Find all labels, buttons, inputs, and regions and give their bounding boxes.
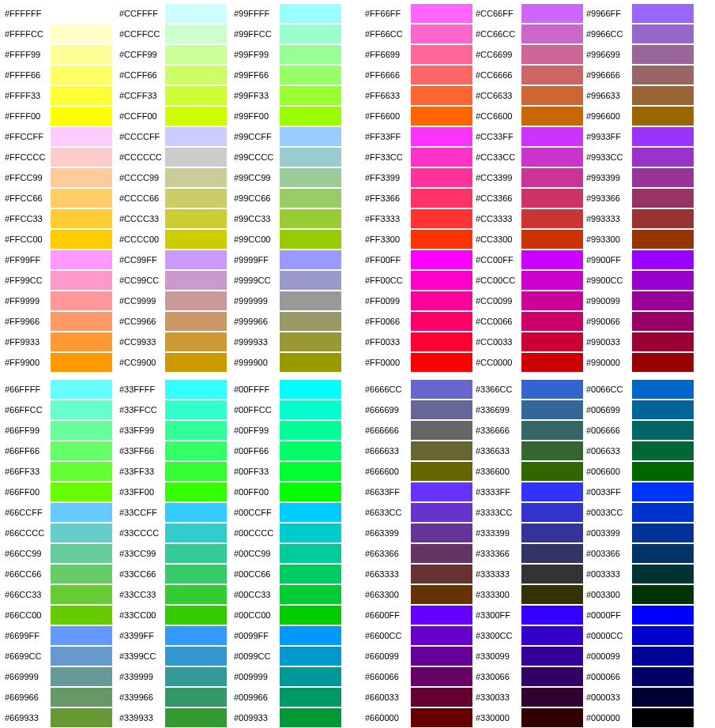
color-row: #3333CC: [474, 502, 585, 523]
color-row: #CCCC33: [118, 208, 232, 229]
color-hex-label: #006633: [585, 446, 632, 456]
color-swatch: [521, 230, 583, 249]
color-hex-label: #999999: [232, 296, 280, 306]
color-row: #3399FF: [118, 625, 232, 646]
color-hex-label: #33CCCC: [118, 528, 165, 538]
color-hex-label: #CC66FF: [474, 9, 521, 18]
color-hex-label: #333366: [474, 549, 521, 558]
color-row: #336600: [474, 461, 585, 482]
color-row: #FF9933: [3, 332, 118, 352]
color-swatch: [411, 209, 472, 228]
color-row: #000066: [585, 666, 695, 687]
color-row: #CC0033: [474, 332, 585, 352]
color-row: #33FF33: [118, 461, 232, 482]
color-swatch: [411, 503, 472, 522]
color-hex-label: #33CC66: [118, 569, 165, 579]
color-row: #33FFCC: [118, 400, 232, 420]
color-row: #6666CC: [363, 379, 474, 400]
color-row: #333300: [474, 584, 585, 605]
color-hex-label: #663399: [363, 528, 411, 538]
color-swatch: [632, 441, 694, 460]
color-swatch: [51, 544, 112, 563]
color-row: #CC66FF: [474, 3, 585, 24]
color-hex-label: #FF0099: [363, 296, 411, 306]
color-swatch: [632, 353, 694, 372]
color-swatch: [632, 606, 694, 625]
color-swatch: [632, 688, 694, 707]
color-row: #6633CC: [363, 502, 474, 523]
color-hex-label: #0000CC: [585, 631, 632, 640]
palette-column: #00FFFF#00FFCC#00FF99#00FF66#00FF33#00FF…: [232, 379, 347, 728]
color-row: #CCFF00: [118, 106, 232, 126]
color-row: #99CCCC: [232, 147, 347, 167]
color-hex-label: #3333FF: [474, 487, 521, 497]
color-hex-label: #3300CC: [474, 631, 521, 640]
color-row: #996633: [585, 85, 695, 106]
color-row: #999966: [232, 311, 347, 332]
color-swatch: [165, 271, 227, 290]
color-swatch: [411, 400, 472, 419]
color-row: #CC00FF: [474, 250, 585, 270]
color-row: #0000FF: [585, 605, 695, 625]
color-swatch: [51, 209, 112, 228]
color-swatch: [280, 291, 341, 310]
color-swatch: [280, 421, 341, 440]
color-row: #660066: [363, 666, 474, 687]
color-hex-label: #FFFFCC: [3, 29, 51, 39]
color-hex-label: #CC0066: [474, 317, 521, 326]
color-hex-label: #CC99FF: [118, 255, 165, 265]
color-swatch: [165, 441, 227, 460]
color-swatch: [165, 24, 227, 43]
color-swatch: [280, 708, 341, 727]
color-swatch: [280, 107, 341, 126]
color-hex-label: #333399: [474, 528, 521, 538]
color-swatch: [165, 565, 227, 584]
color-swatch: [165, 503, 227, 522]
color-swatch: [51, 4, 112, 23]
color-swatch: [521, 503, 583, 522]
color-row: #FFFF66: [3, 65, 118, 85]
color-hex-label: #336633: [474, 446, 521, 456]
color-hex-label: #66FF99: [3, 426, 51, 435]
color-row: #006666: [585, 420, 695, 441]
color-row: #9966CC: [585, 24, 695, 44]
color-row: #66CC99: [3, 543, 118, 564]
color-swatch: [165, 421, 227, 440]
color-swatch: [280, 626, 341, 645]
color-swatch: [280, 353, 341, 372]
color-hex-label: #0033CC: [585, 508, 632, 517]
color-swatch: [411, 189, 472, 208]
color-hex-label: #999933: [232, 337, 280, 347]
color-row: #009999: [232, 666, 347, 687]
color-swatch: [632, 482, 694, 501]
color-hex-label: #FF3300: [363, 235, 411, 244]
color-swatch: [411, 544, 472, 563]
color-swatch: [280, 462, 341, 481]
color-hex-label: #CC6666: [474, 70, 521, 80]
color-hex-label: #FFCC00: [3, 235, 51, 244]
color-swatch: [632, 148, 694, 167]
color-row: #CC0099: [474, 291, 585, 311]
color-swatch: [521, 86, 583, 105]
color-row: #CC6666: [474, 65, 585, 85]
color-hex-label: #CCCC66: [118, 193, 165, 203]
color-swatch: [521, 45, 583, 64]
color-row: #993300: [585, 229, 695, 250]
color-hex-label: #333300: [474, 590, 521, 599]
color-hex-label: #0000FF: [585, 610, 632, 620]
color-row: #669933: [3, 707, 118, 728]
color-swatch: [165, 353, 227, 372]
color-hex-label: #00CC00: [232, 610, 280, 620]
color-swatch: [165, 585, 227, 604]
color-row: #333399: [474, 523, 585, 543]
color-hex-label: #99CC33: [232, 214, 280, 223]
color-swatch: [51, 462, 112, 481]
color-row: #0099CC: [232, 646, 347, 666]
color-swatch: [165, 606, 227, 625]
color-swatch: [411, 688, 472, 707]
color-hex-label: #0099CC: [232, 651, 280, 661]
color-row: #33CCCC: [118, 523, 232, 543]
color-row: #990000: [585, 352, 695, 373]
color-hex-label: #9966CC: [585, 29, 632, 39]
color-row: #33CC99: [118, 543, 232, 564]
